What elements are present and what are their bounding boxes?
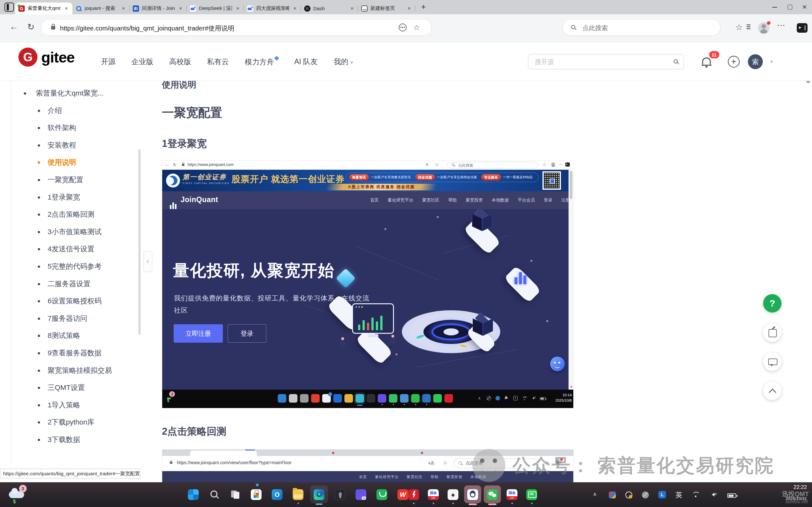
browser-menu-icon[interactable]: ⋯ (777, 21, 785, 30)
window-minimize-button[interactable] (767, 0, 782, 14)
sidebar-item[interactable]: 7服务器访问 (0, 310, 149, 327)
favorite-star-icon[interactable] (413, 23, 420, 32)
window-maximize-button[interactable] (782, 0, 797, 14)
favorites-bar-icon[interactable] (735, 22, 743, 33)
tab-close-icon[interactable] (349, 6, 355, 11)
url-text[interactable]: https://gitee.com/quants/big_qmt_joinqua… (60, 24, 234, 33)
reload-button[interactable]: ↻ (27, 22, 35, 32)
comment-floating-button[interactable] (763, 352, 781, 371)
tray-mute-icon[interactable] (709, 491, 718, 499)
help-floating-button[interactable]: ? (763, 294, 781, 313)
gitee-nav-item[interactable]: 企业版 (131, 57, 153, 67)
taskbar-app-icon[interactable] (250, 487, 262, 503)
sidebar-item[interactable]: 索普量化大qmt聚宽... (0, 85, 149, 102)
chevron-down-icon[interactable] (770, 59, 773, 64)
sidebar-item[interactable]: 3下载数据 (0, 431, 149, 449)
address-bar[interactable]: https://gitee.com/quants/big_qmt_joinqua… (41, 19, 432, 36)
browser-tab[interactable]: 索普量化大qmt (15, 3, 72, 14)
gitee-search-input[interactable]: 搜开源 (528, 54, 684, 69)
taskbar-app-icon[interactable] (408, 487, 420, 503)
tray-expand-icon[interactable] (591, 491, 599, 499)
browser-tab[interactable]: 四大搅屎棍策略 (244, 3, 301, 14)
tab-close-icon[interactable] (178, 6, 183, 11)
gitee-nav-item[interactable]: AI 队友 (294, 57, 318, 67)
taskbar-app-icon[interactable] (376, 487, 388, 503)
sidebar-item[interactable]: 一聚宽配置 (0, 171, 149, 189)
tab-close-icon[interactable] (292, 6, 298, 11)
back-to-top-button[interactable] (763, 382, 781, 400)
sidebar-item[interactable]: 8测试策略 (0, 327, 149, 345)
sidebar-item[interactable]: 9查看服务器数据 (0, 345, 149, 362)
side-panel-toggle-icon[interactable] (797, 23, 808, 33)
sidebar-item[interactable]: 二服务器设置 (0, 275, 149, 293)
edit-floating-button[interactable] (763, 323, 781, 342)
taskbar-app-icon[interactable] (334, 487, 346, 503)
taskbar-app-icon[interactable] (447, 487, 459, 503)
taskbar-app-icon[interactable] (427, 487, 439, 503)
gitee-nav-item[interactable]: 高校版 (169, 57, 191, 67)
taskbar-app-icon[interactable] (355, 487, 367, 503)
browser-tab[interactable]: Dash (301, 3, 358, 14)
sidebar-item[interactable]: 3小市值策略测试 (0, 223, 149, 241)
notifications-bell-icon[interactable] (702, 57, 711, 65)
tab-close-icon[interactable] (121, 6, 126, 11)
sidebar-item[interactable]: 4发送信号设置 (0, 240, 149, 258)
tab-close-icon[interactable] (63, 6, 69, 11)
taskbar-app-icon[interactable] (229, 487, 241, 503)
create-new-button[interactable] (728, 56, 740, 68)
taskbar-app-icon[interactable] (313, 487, 325, 503)
browser-tab[interactable]: 回测详情 - JoinQ (129, 3, 187, 14)
tab-close-icon[interactable] (406, 6, 412, 11)
sidebar-item[interactable]: 安装教程 (0, 137, 149, 154)
sidebar-item[interactable]: 2点击策略回测 (0, 206, 149, 223)
tray-disabled-icon[interactable] (642, 492, 649, 498)
user-avatar[interactable]: 索 (748, 54, 763, 69)
sidebar-item[interactable]: 介绍 (0, 102, 149, 120)
search-icon[interactable] (673, 59, 678, 63)
taskbar-app-icon[interactable] (271, 487, 283, 503)
back-button[interactable]: ← (9, 22, 18, 32)
browser-tab[interactable]: DeepSeek | 深度 (187, 3, 244, 14)
new-tab-button[interactable]: + (418, 2, 429, 12)
gitee-nav-item[interactable]: 我的 (334, 57, 353, 67)
taskbar-app-icon[interactable] (506, 487, 518, 503)
tray-wps-icon[interactable] (609, 492, 616, 498)
taskbar-app-icon[interactable] (208, 487, 220, 503)
reload-icon: ↻ (173, 162, 176, 167)
sidebar-item[interactable]: 5完整的代码参考 (0, 258, 149, 275)
workspaces-icon[interactable] (4, 3, 14, 12)
sidebar-item[interactable]: 使用说明 (0, 154, 149, 171)
tray-sync-icon[interactable] (625, 492, 632, 498)
taskbar-app-icon[interactable] (397, 487, 409, 503)
sidebar-item[interactable]: 2下载python库 (0, 414, 149, 431)
window-close-button[interactable] (797, 0, 812, 14)
tray-wifi-icon[interactable] (692, 491, 700, 499)
sidebar-item[interactable]: 聚宽策略挂模拟交易 (0, 362, 149, 380)
quick-search-box[interactable]: 点此搜索 (562, 19, 720, 36)
sidebar-item[interactable]: 软件架构 (0, 119, 149, 137)
gitee-logo-icon[interactable] (18, 48, 38, 67)
sidebar-item[interactable]: 1导入策略 (0, 397, 149, 414)
taskbar-app-icon[interactable] (187, 487, 199, 503)
gitee-nav-item[interactable]: 开源 (101, 57, 116, 67)
browser-tab[interactable]: 新建标签页 (358, 3, 415, 14)
sidebar-item[interactable]: 三QMT设置 (0, 379, 149, 397)
page-actions-icon[interactable] (399, 23, 407, 32)
taskbar-app-icon[interactable] (526, 487, 538, 503)
gitee-nav-item[interactable]: 模力方舟 (245, 56, 278, 67)
sidebar-item[interactable]: 1登录聚宽 (0, 189, 149, 206)
taskbar-app-icon[interactable] (467, 487, 479, 503)
sidebar-item[interactable]: 6设置策略授权码 (0, 292, 149, 310)
sidebar-scrollbar[interactable] (139, 149, 141, 335)
gitee-nav-item[interactable]: 私有云 (207, 57, 229, 67)
tray-shield-icon[interactable] (658, 491, 666, 498)
tab-close-icon[interactable] (235, 6, 240, 11)
taskbar-app-icon[interactable] (486, 487, 498, 503)
gitee-logo-text[interactable]: gitee (41, 49, 74, 66)
browser-tab[interactable]: joquant - 搜索 (72, 3, 129, 14)
taskbar-app-icon[interactable] (292, 487, 304, 503)
sidebar-collapse-handle[interactable] (144, 251, 152, 272)
ime-indicator[interactable]: 英 (675, 491, 682, 499)
weather-widget[interactable]: 3 (6, 484, 32, 505)
tray-battery-icon[interactable] (727, 493, 736, 498)
